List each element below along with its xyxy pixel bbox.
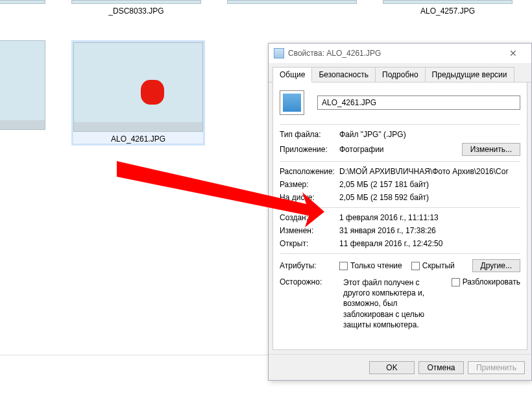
thumbnail[interactable] <box>71 0 201 4</box>
checkbox-unblock[interactable]: Разблокировать <box>452 277 520 286</box>
checkbox-readonly[interactable]: Только чтение <box>339 261 402 270</box>
checkbox-icon <box>452 278 460 286</box>
apply-button[interactable]: Применить <box>468 361 525 374</box>
value-created: 1 февраля 2016 г., 11:11:13 <box>339 213 520 222</box>
label-created: Создан: <box>280 213 339 222</box>
thumbnail[interactable] <box>0 0 45 4</box>
change-app-button[interactable]: Изменить... <box>462 143 520 156</box>
properties-dialog: Свойства: ALO_4261.JPG ✕ Общие Безопасно… <box>268 43 532 381</box>
thumbnail[interactable] <box>383 0 513 4</box>
value-size-on-disk: 2,05 МБ (2 158 592 байт) <box>339 193 520 202</box>
checkbox-hidden[interactable]: Скрытый <box>411 261 455 270</box>
label-location: Расположение: <box>280 167 339 176</box>
label-filetype: Тип файла: <box>280 130 339 139</box>
thumbnail-caption: _DSC8033.JPG <box>108 6 163 16</box>
checkbox-icon <box>339 262 348 270</box>
value-modified: 31 января 2016 г., 17:38:26 <box>339 226 520 235</box>
checkbox-hidden-label: Скрытый <box>422 261 455 270</box>
thumbnail[interactable] <box>0 40 45 130</box>
value-app: Фотографии <box>339 145 462 154</box>
image-file-icon <box>274 48 284 58</box>
tab-general[interactable]: Общие <box>272 67 312 82</box>
tab-security[interactable]: Безопасность <box>311 67 376 82</box>
other-attributes-button[interactable]: Другие... <box>472 259 520 272</box>
warning-text: Этот файл получен с другого компьютера и… <box>343 277 444 330</box>
label-size-on-disk: На диске: <box>280 193 339 202</box>
label-modified: Изменен: <box>280 226 339 235</box>
value-size: 2,05 МБ (2 157 181 байт) <box>339 180 520 189</box>
label-size: Размер: <box>280 180 339 189</box>
checkbox-unblock-label: Разблокировать <box>463 277 520 286</box>
checkbox-icon <box>411 262 420 270</box>
dialog-body: Тип файла: Файл "JPG" (.JPG) Приложение:… <box>272 82 527 350</box>
label-app: Приложение: <box>280 145 339 154</box>
ok-button[interactable]: OK <box>369 361 415 374</box>
label-attributes: Атрибуты: <box>280 261 339 270</box>
close-button[interactable]: ✕ <box>500 45 526 61</box>
explorer-background: 7554.JPG _DSC8033.JPG ALO_4257.JPG 4260.… <box>0 0 532 393</box>
dialog-titlebar[interactable]: Свойства: ALO_4261.JPG ✕ <box>269 44 531 63</box>
value-location: D:\МОЙ АРХИВ\ЛИЧНАЯ\Фото Архив\2016\Cor <box>339 167 520 176</box>
value-filetype: Файл "JPG" (.JPG) <box>339 130 520 139</box>
dialog-title: Свойства: ALO_4261.JPG <box>288 49 500 58</box>
tab-details[interactable]: Подробно <box>375 67 426 82</box>
thumbnail-caption: ALO_4261.JPG <box>111 134 165 144</box>
value-accessed: 11 февраля 2016 г., 12:42:50 <box>339 239 520 248</box>
cancel-button[interactable]: Отмена <box>418 361 464 374</box>
thumbnail-row-2: 4260.JPG ALO_4261.JPG <box>0 40 205 146</box>
label-accessed: Открыт: <box>280 239 339 248</box>
thumbnail[interactable] <box>227 0 357 4</box>
label-warning: Осторожно: <box>280 277 339 330</box>
thumbnail-caption: ALO_4257.JPG <box>420 6 475 16</box>
filename-input[interactable] <box>317 95 520 110</box>
dialog-button-row: OK Отмена Применить <box>269 354 531 380</box>
thumbnail-row-1: 7554.JPG _DSC8033.JPG ALO_4257.JPG <box>0 0 513 16</box>
tab-previous-versions[interactable]: Предыдущие версии <box>425 67 514 82</box>
tab-strip: Общие Безопасность Подробно Предыдущие в… <box>269 63 531 82</box>
thumbnail-selected[interactable] <box>73 42 203 132</box>
checkbox-readonly-label: Только чтение <box>350 261 402 270</box>
file-type-icon <box>280 90 304 115</box>
